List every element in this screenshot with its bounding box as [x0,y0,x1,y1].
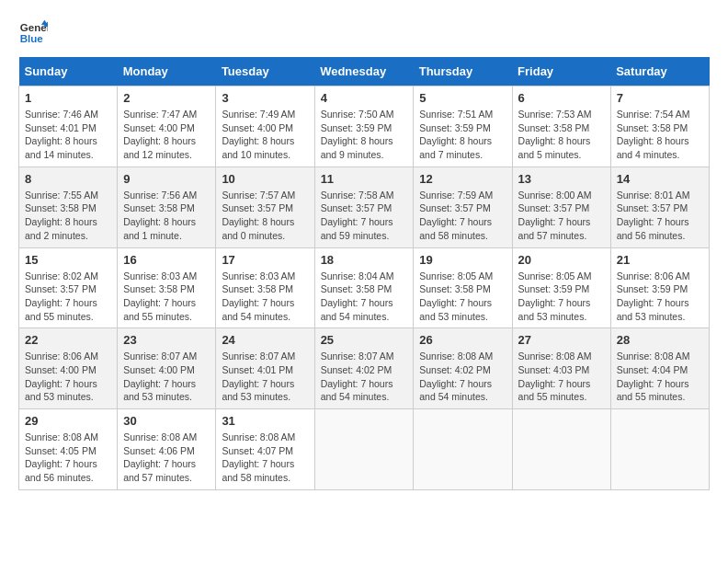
day-info: Sunrise: 8:07 AM Sunset: 4:00 PM Dayligh… [123,350,210,404]
day-number: 16 [123,253,210,267]
day-info: Sunrise: 8:00 AM Sunset: 3:57 PM Dayligh… [518,189,605,243]
day-number: 9 [123,172,210,186]
calendar-cell: 19Sunrise: 8:05 AM Sunset: 3:58 PM Dayli… [414,247,512,328]
calendar-week-4: 22Sunrise: 8:06 AM Sunset: 4:00 PM Dayli… [19,328,710,409]
day-info: Sunrise: 7:50 AM Sunset: 3:59 PM Dayligh… [321,108,408,162]
weekday-header-saturday: Saturday [610,57,709,86]
day-info: Sunrise: 7:59 AM Sunset: 3:57 PM Dayligh… [419,189,506,243]
day-number: 27 [518,333,605,347]
day-info: Sunrise: 8:08 AM Sunset: 4:06 PM Dayligh… [123,431,210,485]
calendar-cell: 29Sunrise: 8:08 AM Sunset: 4:05 PM Dayli… [19,409,118,490]
day-info: Sunrise: 7:56 AM Sunset: 3:58 PM Dayligh… [123,189,210,243]
day-number: 13 [518,172,605,186]
day-info: Sunrise: 7:55 AM Sunset: 3:58 PM Dayligh… [25,189,111,243]
day-info: Sunrise: 8:07 AM Sunset: 4:02 PM Dayligh… [321,350,408,404]
calendar-cell: 10Sunrise: 7:57 AM Sunset: 3:57 PM Dayli… [216,167,314,247]
calendar-cell: 21Sunrise: 8:06 AM Sunset: 3:59 PM Dayli… [610,247,709,328]
calendar-cell [610,409,709,490]
calendar-cell: 18Sunrise: 8:04 AM Sunset: 3:58 PM Dayli… [314,247,414,328]
calendar-cell: 13Sunrise: 8:00 AM Sunset: 3:57 PM Dayli… [512,167,610,247]
calendar-week-1: 1Sunrise: 7:46 AM Sunset: 4:01 PM Daylig… [19,86,710,167]
calendar-cell [414,409,512,490]
day-info: Sunrise: 8:08 AM Sunset: 4:03 PM Dayligh… [518,350,605,404]
calendar-cell: 4Sunrise: 7:50 AM Sunset: 3:59 PM Daylig… [314,86,414,167]
day-info: Sunrise: 8:05 AM Sunset: 3:59 PM Dayligh… [518,270,605,324]
calendar-week-2: 8Sunrise: 7:55 AM Sunset: 3:58 PM Daylig… [19,167,710,247]
day-number: 31 [222,414,308,428]
day-number: 21 [617,253,703,267]
calendar-cell: 20Sunrise: 8:05 AM Sunset: 3:59 PM Dayli… [512,247,610,328]
day-info: Sunrise: 7:49 AM Sunset: 4:00 PM Dayligh… [222,108,308,162]
day-info: Sunrise: 8:01 AM Sunset: 3:57 PM Dayligh… [617,189,703,243]
calendar-cell: 16Sunrise: 8:03 AM Sunset: 3:58 PM Dayli… [118,247,216,328]
calendar-table: SundayMondayTuesdayWednesdayThursdayFrid… [18,57,710,490]
weekday-header-monday: Monday [118,57,216,86]
weekday-header-sunday: Sunday [19,57,118,86]
day-info: Sunrise: 8:03 AM Sunset: 3:58 PM Dayligh… [222,270,308,324]
calendar-cell: 22Sunrise: 8:06 AM Sunset: 4:00 PM Dayli… [19,328,118,409]
svg-text:Blue: Blue [20,33,44,44]
calendar-week-3: 15Sunrise: 8:02 AM Sunset: 3:57 PM Dayli… [19,247,710,328]
day-number: 5 [419,91,506,105]
day-number: 2 [123,91,210,105]
weekday-header-wednesday: Wednesday [314,57,414,86]
day-info: Sunrise: 7:46 AM Sunset: 4:01 PM Dayligh… [25,108,111,162]
calendar-cell: 26Sunrise: 8:08 AM Sunset: 4:02 PM Dayli… [414,328,512,409]
day-info: Sunrise: 7:47 AM Sunset: 4:00 PM Dayligh… [123,108,210,162]
calendar-cell: 15Sunrise: 8:02 AM Sunset: 3:57 PM Dayli… [19,247,118,328]
calendar-cell: 31Sunrise: 8:08 AM Sunset: 4:07 PM Dayli… [216,409,314,490]
day-number: 6 [518,91,605,105]
day-info: Sunrise: 8:08 AM Sunset: 4:04 PM Dayligh… [617,350,703,404]
day-info: Sunrise: 8:02 AM Sunset: 3:57 PM Dayligh… [25,270,111,324]
day-info: Sunrise: 8:05 AM Sunset: 3:58 PM Dayligh… [419,270,506,324]
calendar-cell: 28Sunrise: 8:08 AM Sunset: 4:04 PM Dayli… [610,328,709,409]
day-number: 4 [321,91,408,105]
day-number: 14 [617,172,703,186]
day-info: Sunrise: 7:54 AM Sunset: 3:58 PM Dayligh… [617,108,703,162]
calendar-cell: 7Sunrise: 7:54 AM Sunset: 3:58 PM Daylig… [610,86,709,167]
day-number: 8 [25,172,111,186]
day-number: 7 [617,91,703,105]
day-number: 30 [123,414,210,428]
day-number: 28 [617,333,703,347]
calendar-cell: 14Sunrise: 8:01 AM Sunset: 3:57 PM Dayli… [610,167,709,247]
calendar-cell: 1Sunrise: 7:46 AM Sunset: 4:01 PM Daylig… [19,86,118,167]
day-info: Sunrise: 8:08 AM Sunset: 4:07 PM Dayligh… [222,431,308,485]
day-info: Sunrise: 8:08 AM Sunset: 4:02 PM Dayligh… [419,350,506,404]
day-info: Sunrise: 7:58 AM Sunset: 3:57 PM Dayligh… [321,189,408,243]
calendar-cell: 17Sunrise: 8:03 AM Sunset: 3:58 PM Dayli… [216,247,314,328]
calendar-cell: 6Sunrise: 7:53 AM Sunset: 3:58 PM Daylig… [512,86,610,167]
day-info: Sunrise: 8:04 AM Sunset: 3:58 PM Dayligh… [321,270,408,324]
logo: General Blue [18,18,55,48]
page-header: General Blue [18,18,710,48]
calendar-cell: 5Sunrise: 7:51 AM Sunset: 3:59 PM Daylig… [414,86,512,167]
day-number: 12 [419,172,506,186]
day-number: 23 [123,333,210,347]
day-info: Sunrise: 8:07 AM Sunset: 4:01 PM Dayligh… [222,350,308,404]
day-number: 19 [419,253,506,267]
calendar-cell: 30Sunrise: 8:08 AM Sunset: 4:06 PM Dayli… [118,409,216,490]
day-number: 29 [25,414,111,428]
day-number: 3 [222,91,308,105]
day-number: 18 [321,253,408,267]
day-number: 25 [321,333,408,347]
calendar-cell: 3Sunrise: 7:49 AM Sunset: 4:00 PM Daylig… [216,86,314,167]
calendar-cell: 23Sunrise: 8:07 AM Sunset: 4:00 PM Dayli… [118,328,216,409]
calendar-cell: 25Sunrise: 8:07 AM Sunset: 4:02 PM Dayli… [314,328,414,409]
day-info: Sunrise: 7:51 AM Sunset: 3:59 PM Dayligh… [419,108,506,162]
calendar-cell: 11Sunrise: 7:58 AM Sunset: 3:57 PM Dayli… [314,167,414,247]
day-number: 10 [222,172,308,186]
weekday-header-tuesday: Tuesday [216,57,314,86]
day-number: 11 [321,172,408,186]
calendar-cell: 27Sunrise: 8:08 AM Sunset: 4:03 PM Dayli… [512,328,610,409]
calendar-cell: 8Sunrise: 7:55 AM Sunset: 3:58 PM Daylig… [19,167,118,247]
calendar-week-5: 29Sunrise: 8:08 AM Sunset: 4:05 PM Dayli… [19,409,710,490]
day-number: 15 [25,253,111,267]
day-info: Sunrise: 8:06 AM Sunset: 3:59 PM Dayligh… [617,270,703,324]
day-number: 1 [25,91,111,105]
calendar-cell: 24Sunrise: 8:07 AM Sunset: 4:01 PM Dayli… [216,328,314,409]
calendar-cell: 9Sunrise: 7:56 AM Sunset: 3:58 PM Daylig… [118,167,216,247]
day-number: 20 [518,253,605,267]
day-number: 24 [222,333,308,347]
day-number: 17 [222,253,308,267]
